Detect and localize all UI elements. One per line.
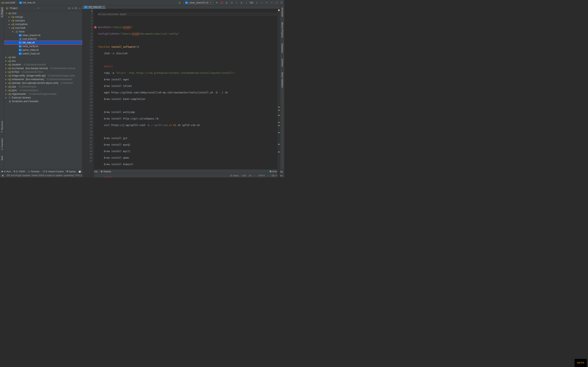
coverage-icon[interactable]: ◐ (225, 1, 228, 4)
tree-label: EcTest (12, 71, 19, 73)
history-icon[interactable]: ⟲ (265, 1, 268, 4)
tool-spring[interactable]: ✿ Spring (66, 170, 76, 173)
tree-path: ~/Code/work/cloudinit (22, 63, 46, 66)
tab-favorites[interactable]: 2: Favorites (0, 137, 4, 151)
breadcrumb-parent[interactable]: ▸◧ cool.shell (1, 1, 15, 4)
tree-cool-shell[interactable]: ▼▸◧cool.shell (4, 26, 82, 30)
stop-icon[interactable]: ■ (240, 1, 243, 4)
tool-todo[interactable]: ≣ 6: TODO (13, 170, 25, 173)
left-gutter: 1: Project 7: Structure 2: Favorites Web (0, 6, 4, 169)
tree-metaserver[interactable]: ▶▸◧metaserver[ecs-metaserver]~/Code/work… (4, 77, 82, 81)
tree-ecs[interactable]: ▶▸◧ecs (4, 59, 82, 63)
library-icon (8, 96, 11, 99)
shell-file-icon (19, 45, 22, 48)
run-icon[interactable] (215, 1, 218, 4)
tree-svc: [image-verify-api] (27, 74, 45, 77)
tree-cool-java[interactable]: ▶▸◧cool.java (4, 19, 82, 22)
chevron-right-icon: 〉 (16, 1, 18, 4)
tree-ectest[interactable]: ▶▸◧EcTest~/Code/work/EcTest (4, 70, 82, 74)
status-message: IDE and Plugin Updates: IntelliJ IDEA is… (7, 174, 84, 177)
tree-init-mac[interactable]: init_mac.sh (4, 41, 82, 44)
code-area[interactable]: #!/usr/bin/env bash RootPath="/Users/$US… (94, 9, 277, 177)
tree-path: ~/Code/work/pync (18, 89, 38, 92)
right-gutter: Ant Build Maven Projects Database SciVie… (280, 6, 284, 169)
breadcrumb-file-label: init_mac.sh (23, 1, 35, 4)
tool-terminal[interactable]: ▢ Terminal (28, 170, 39, 173)
tab-web[interactable]: Web (0, 155, 4, 161)
tab-database[interactable]: Database (281, 43, 284, 54)
tree-cool-python[interactable]: ▶▸◧cool.python (4, 22, 82, 26)
tree-image-verify[interactable]: ▶▸◧image.verify[image-verify-api]~/Code/… (4, 74, 82, 77)
tool-vcs[interactable]: ⎇ 9: Version Control (42, 170, 63, 173)
tree-hosts[interactable]: ▶▥hosts (4, 30, 82, 33)
shell-file-icon (19, 52, 22, 55)
tree-cool[interactable]: ▼▸◧cool (4, 11, 82, 15)
svg-point-0 (281, 2, 282, 3)
locate-icon[interactable]: ⊕ (68, 7, 70, 9)
tab-bean-validation[interactable]: Bean Validation (281, 72, 284, 89)
tree-label: hosts (19, 30, 25, 33)
tree-label: cool.go (15, 16, 23, 18)
tree-pop[interactable]: ▶▸◧pop~/Code/work/pop (4, 85, 82, 89)
hide-icon[interactable]: — (78, 7, 81, 9)
project-panel-title: Project (10, 7, 36, 9)
branch-icon[interactable]: ⎇ (275, 1, 278, 4)
run-config-dropdown[interactable]: clean_branch2.sh ▼ (183, 1, 214, 5)
tree-ecs-bazaar[interactable]: ▶▸◧ecs-bazaar[ecs-bazaar-service]~/Code/… (4, 67, 82, 70)
tree-label: init_mac.sh (22, 41, 35, 44)
git-update-icon[interactable]: ↙ (256, 1, 259, 4)
tree-label: pop (12, 85, 16, 88)
layout-icon[interactable]: ⫴ (245, 1, 248, 4)
tree-label: cool.java (15, 19, 25, 22)
breadcrumb-file[interactable]: init_mac.sh (19, 1, 35, 4)
tab-ant-build[interactable]: Ant Build (281, 7, 284, 17)
tree-svc: [ecs-openapi-service-aliyun-com] (22, 82, 58, 84)
shell-file-icon (19, 49, 22, 51)
collapse-icon[interactable]: ⇥ (71, 7, 73, 9)
breakpoint-icon[interactable] (94, 26, 96, 29)
tree-pync[interactable]: ▶▸◧pync~/Code/work/pync (4, 89, 82, 92)
file-tab-init-mac[interactable]: init_mac.sh × (82, 6, 106, 9)
tree-label: image.verify (12, 74, 25, 77)
profile-icon[interactable]: ◔ (230, 1, 233, 4)
main-area: 1: Project 7: Structure 2: Favorites Web… (0, 6, 284, 169)
shell-file-icon (19, 34, 22, 36)
tree-cool-go[interactable]: ▶▸◧cool.go (4, 15, 82, 19)
revert-icon[interactable]: ↶ (270, 1, 273, 4)
tree-ebs[interactable]: ▶▸◧ebs (4, 55, 82, 59)
editor[interactable]: 12345 6 78910 1112131415 1617181920 2122… (82, 9, 280, 177)
tree-external-libs[interactable]: ▶External Libraries (4, 96, 82, 100)
tree-switch-hosts[interactable]: switch_hosts.sh (4, 52, 82, 55)
analysis-status-icon (278, 9, 280, 11)
debug-icon[interactable]: 🐞 (220, 1, 223, 4)
tree-regionmaster[interactable]: ▶▸◧regionmaster~/Code/work/regionmaster (4, 92, 82, 96)
tree-scratches[interactable]: ◑Scratches and Consoles (4, 100, 82, 103)
tree-path: ~/Code/work/pop (17, 85, 36, 88)
tab-maven[interactable]: Maven Projects (281, 21, 284, 39)
search-icon[interactable] (280, 1, 283, 4)
tool-window-toggle-icon[interactable]: ▣ (2, 174, 4, 177)
tree-clean-branch[interactable]: clean_branch.sh (4, 33, 82, 37)
tree-path: ~/Code/work/EcTest (21, 71, 43, 73)
run-config-label: clean_branch2.sh (189, 1, 209, 4)
tree-meta-verify[interactable]: meta_verify.sh (4, 44, 82, 48)
attach-icon[interactable]: ⎆ (235, 1, 238, 4)
close-tab-icon[interactable]: × (102, 6, 104, 8)
tool-run[interactable]: ▶ 4: Run (2, 170, 11, 173)
tree-openapi[interactable]: ▶▸◧openapi[ecs-openapi-service-aliyun-co… (4, 81, 82, 85)
tab-structure[interactable]: 7: Structure (0, 120, 4, 133)
tree-label: ecs-bazaar (12, 67, 24, 70)
marker-bar[interactable] (277, 9, 280, 177)
chevron-down-icon[interactable]: ▼ (38, 7, 39, 9)
line-gutter: 12345 6 78910 1112131415 1617181920 2122… (82, 9, 94, 177)
tree-cool-shell-iml[interactable]: cool.shell.iml (4, 37, 82, 41)
project-panel: ◧ Project ▼ ⊕ ⇥ ⚙ — ▼▸◧cool ▶▸◧cool.go ▶… (4, 6, 82, 169)
build-icon[interactable] (178, 1, 181, 4)
git-commit-icon[interactable]: ✓ (260, 1, 263, 4)
editor-tabs: init_mac.sh × (82, 6, 280, 9)
tree-parse-meta[interactable]: parse_meta.sh (4, 48, 82, 52)
tree-cloudinit[interactable]: ▶▸◧cloudinit~/Code/work/cloudinit (4, 63, 82, 67)
gear-icon[interactable]: ⚙ (75, 7, 77, 9)
tab-project[interactable]: 1: Project (0, 7, 4, 18)
tab-sciview[interactable]: SciView (281, 58, 284, 67)
